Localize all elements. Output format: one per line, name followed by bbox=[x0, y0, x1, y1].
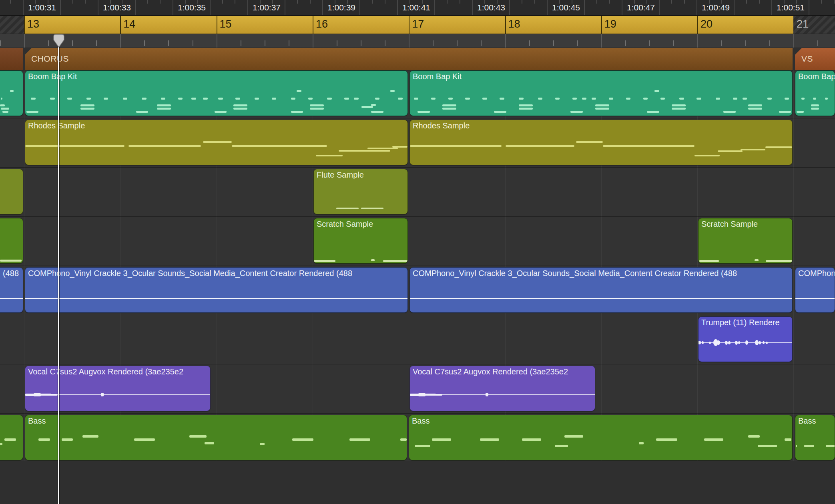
midi-note bbox=[297, 90, 301, 92]
region-label: COMPhono_Vinyl Crackle 3_Ocular Sounds_S… bbox=[413, 269, 737, 278]
waveform-peak bbox=[725, 341, 728, 345]
midi-note bbox=[371, 111, 383, 113]
waveform-peak bbox=[709, 342, 711, 344]
region-rhodes-sample[interactable]: Rhodes Sample bbox=[25, 120, 408, 165]
midi-note bbox=[704, 438, 723, 441]
track-row-separator bbox=[0, 167, 835, 168]
region-label: Boom Bap Kit bbox=[28, 72, 77, 81]
marker-chorus[interactable]: CHORUS bbox=[25, 48, 793, 70]
waveform-peak bbox=[766, 342, 768, 344]
region-scratch-sample[interactable]: Scratch Sample bbox=[698, 218, 793, 264]
region-boom-bap-kit[interactable]: Boom Bap Kit bbox=[25, 70, 408, 116]
midi-note bbox=[804, 445, 814, 447]
waveform-peak bbox=[702, 341, 704, 344]
midi-note bbox=[310, 108, 323, 110]
track-row-separator bbox=[0, 364, 835, 364]
midi-note bbox=[371, 104, 375, 106]
midi-note bbox=[1, 98, 3, 100]
midi-note bbox=[400, 438, 407, 441]
midi-note bbox=[354, 98, 358, 100]
midi-note bbox=[291, 98, 295, 100]
midi-note bbox=[797, 111, 804, 113]
beat-tick bbox=[241, 40, 241, 46]
region-label: Scratch Sample bbox=[317, 220, 373, 229]
region-vocal-c7sus2-augvox-rendered[interactable]: Vocal C7sus2 Augvox Rendered (3ae235e2 bbox=[25, 366, 211, 411]
empty-area-below-tracks bbox=[0, 461, 835, 504]
midi-note bbox=[723, 111, 736, 113]
bar-line-tick bbox=[217, 34, 217, 48]
midi-note bbox=[748, 108, 762, 110]
midi-note bbox=[272, 98, 276, 100]
ruler-second-tick bbox=[622, 0, 622, 16]
region-comphono-vinyl-crackle-3-ocu[interactable]: COMPhono_Vinyl Crackle 3_Ocular Sounds_S… bbox=[795, 267, 835, 313]
midi-note bbox=[639, 442, 643, 444]
midi-note bbox=[431, 98, 436, 100]
beat-tick bbox=[265, 40, 265, 46]
playhead-pin[interactable] bbox=[53, 34, 64, 48]
region-vocal-c7sus2-augvox-rendered[interactable]: Vocal C7sus2 Augvox Rendered (3ae235e2 bbox=[409, 366, 595, 411]
midi-note bbox=[2, 111, 9, 113]
midi-note bbox=[442, 104, 456, 106]
midi-note bbox=[626, 98, 630, 100]
region-boom-bap-kit[interactable]: Boom Bap Kit bbox=[795, 70, 835, 116]
waveform-peak bbox=[755, 340, 759, 345]
beat-tick bbox=[553, 40, 554, 46]
midi-note bbox=[314, 260, 335, 262]
bar-number: 16 bbox=[316, 18, 328, 30]
midi-note bbox=[1, 108, 9, 110]
midi-note bbox=[67, 98, 72, 100]
beat-tick bbox=[529, 40, 530, 46]
marker-vs[interactable]: VS bbox=[795, 48, 835, 70]
ruler-time-label: 1:00:47 bbox=[627, 3, 655, 12]
midi-note bbox=[576, 141, 603, 143]
midi-note bbox=[679, 98, 684, 100]
ruler-minor-tick bbox=[821, 0, 822, 4]
midi-note bbox=[647, 111, 659, 113]
region-bass[interactable]: Bass bbox=[25, 415, 407, 460]
ruler-time-label: 1:00:43 bbox=[477, 3, 505, 12]
ruler-second-tick bbox=[135, 0, 136, 16]
region-rhodes-sample[interactable]: Rhodes Sample bbox=[409, 120, 793, 165]
ruler-minor-tick bbox=[522, 0, 522, 4]
bar-ruler-gold-range: 1314151617181920 bbox=[24, 16, 793, 34]
region-label: Bass bbox=[28, 416, 46, 426]
midi-note bbox=[161, 98, 165, 100]
region-comphono-vinyl-crackle-3-ocu[interactable]: (488 bbox=[0, 267, 23, 313]
region-bass[interactable]: Bass bbox=[795, 415, 835, 460]
midi-note bbox=[104, 98, 108, 100]
region-bass[interactable] bbox=[0, 415, 23, 460]
region-label: Vocal C7sus2 Augvox Rendered (3ae235e2 bbox=[28, 367, 183, 376]
ruler-minor-tick bbox=[235, 0, 235, 4]
midi-note bbox=[755, 259, 758, 261]
region-boom-bap-kit[interactable]: Boom Bap Kit bbox=[409, 70, 793, 116]
region-trumpet-11-rendere[interactable]: Trumpet (11) Rendere bbox=[698, 316, 793, 362]
midi-note bbox=[796, 445, 797, 447]
region-scratch-sample[interactable]: Scratch Sample bbox=[313, 218, 408, 264]
region-label: Flute Sample bbox=[317, 170, 364, 180]
midi-note bbox=[233, 108, 247, 110]
ruler-minor-tick bbox=[385, 0, 385, 4]
region-bass[interactable]: Bass bbox=[409, 415, 793, 460]
region-flute-sample[interactable] bbox=[0, 169, 23, 214]
beat-tick-row[interactable] bbox=[0, 34, 835, 48]
midi-note bbox=[758, 445, 777, 447]
bar-ruler[interactable]: 1314151617181920 21 bbox=[0, 16, 835, 34]
midi-note bbox=[660, 98, 665, 100]
region-scratch-sample[interactable] bbox=[0, 218, 23, 264]
playhead-line[interactable] bbox=[58, 46, 59, 504]
marker-chorus-label: CHORUS bbox=[31, 54, 69, 64]
midi-note bbox=[826, 445, 835, 447]
ruler-second-tick bbox=[734, 0, 735, 16]
midi-note bbox=[555, 445, 568, 447]
time-ruler[interactable]: 1:00:311:00:331:00:351:00:371:00:391:00:… bbox=[0, 0, 835, 16]
track-row-separator bbox=[0, 266, 835, 266]
region-comphono-vinyl-crackle-3-ocu[interactable]: COMPhono_Vinyl Crackle 3_Ocular Sounds_S… bbox=[409, 267, 793, 313]
region-comphono-vinyl-crackle-3-ocu[interactable]: COMPhono_Vinyl Crackle 3_Ocular Sounds_S… bbox=[25, 267, 408, 313]
marker-previous[interactable] bbox=[0, 48, 23, 70]
beat-tick bbox=[168, 40, 169, 46]
midi-note bbox=[50, 98, 54, 100]
region-boom-bap-kit[interactable] bbox=[0, 70, 23, 116]
midi-note bbox=[128, 145, 201, 147]
region-flute-sample[interactable]: Flute Sample bbox=[313, 169, 408, 214]
midi-note bbox=[785, 98, 789, 100]
